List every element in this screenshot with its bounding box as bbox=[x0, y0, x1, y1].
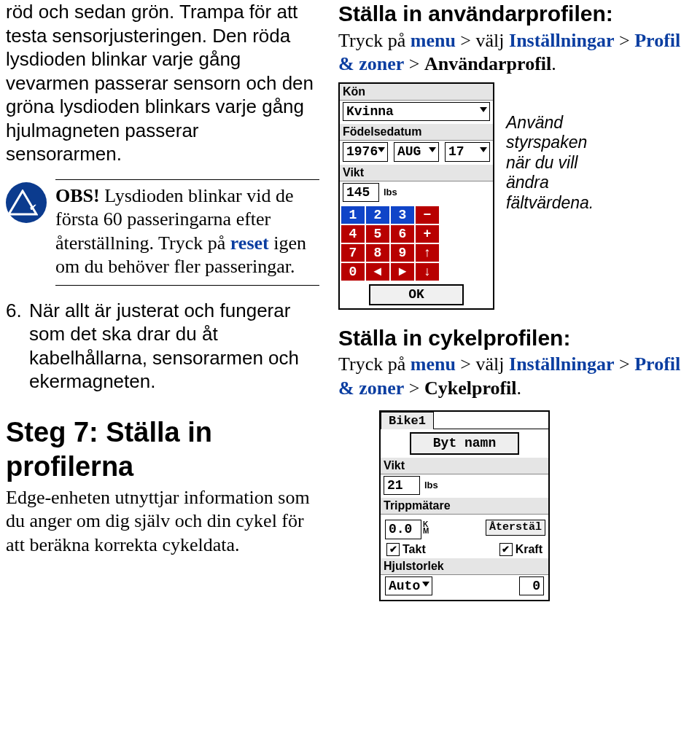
obs-icon: ✔ bbox=[6, 182, 47, 223]
label-kraft: Kraft bbox=[516, 542, 542, 557]
ap-word: Användarprofil bbox=[424, 53, 551, 74]
field-year[interactable]: 1976 bbox=[343, 142, 388, 162]
user-profile-heading: Ställa in användarprofilen: bbox=[338, 0, 694, 28]
field-month[interactable]: AUG bbox=[394, 142, 439, 162]
sep1: > bbox=[456, 30, 476, 51]
list-number: 6. bbox=[6, 299, 22, 394]
obs-note: ✔ OBS! Lysdioden blinkar vid de första 6… bbox=[6, 179, 319, 286]
cp-word: Cykelprofil bbox=[424, 378, 517, 399]
numeric-keypad: 123− 456+ 789↑ 0◄►↓ bbox=[340, 205, 493, 282]
key-left[interactable]: ◄ bbox=[366, 263, 389, 281]
checkbox-power[interactable]: ✔Kraft bbox=[499, 542, 542, 557]
key-minus[interactable]: − bbox=[416, 206, 439, 224]
bike-profile-heading: Ställa in cykelprofilen: bbox=[338, 324, 694, 352]
txt2: Tryck på bbox=[338, 353, 411, 375]
ok-button[interactable]: OK bbox=[369, 284, 464, 305]
sep5: > bbox=[615, 353, 635, 375]
settings-word2: Inställningar bbox=[509, 353, 615, 375]
joystick-note: Använd styrspaken när du vill ändra fält… bbox=[506, 113, 601, 310]
sep4: > bbox=[456, 353, 476, 375]
obs-label: OBS! bbox=[55, 185, 100, 206]
key-8[interactable]: 8 bbox=[366, 244, 389, 262]
obs-reset-word: reset bbox=[230, 232, 269, 254]
key-9[interactable]: 9 bbox=[391, 244, 414, 262]
valj2: välj bbox=[476, 353, 510, 375]
key-plus[interactable]: + bbox=[416, 225, 439, 243]
field-gender[interactable]: Kvinna bbox=[343, 102, 490, 122]
checkbox-cadence[interactable]: ✔Takt bbox=[386, 542, 426, 557]
key-up[interactable]: ↑ bbox=[416, 244, 439, 262]
step7-text: Edge-enheten utnyttjar information som d… bbox=[6, 486, 319, 558]
label-takt: Takt bbox=[402, 542, 426, 557]
key-2[interactable]: 2 bbox=[366, 206, 389, 224]
user-profile-screenshot: Kön Kvinna Födelsedatum 1976 AUG 17 Vikt… bbox=[338, 82, 494, 310]
key-1[interactable]: 1 bbox=[341, 206, 365, 224]
field-wheel-mode[interactable]: Auto bbox=[385, 576, 432, 596]
dot1: . bbox=[551, 53, 556, 74]
field-day[interactable]: 17 bbox=[445, 142, 490, 162]
bike-profile-screenshot: Bike1 Byt namn Vikt 21lbs Trippmätare 0.… bbox=[379, 410, 550, 601]
key-5[interactable]: 5 bbox=[366, 225, 389, 243]
key-right[interactable]: ► bbox=[391, 263, 414, 281]
key-7[interactable]: 7 bbox=[341, 244, 365, 262]
label-weight: Vikt bbox=[340, 165, 493, 181]
checkmark-icon: ✔ bbox=[29, 202, 37, 214]
field-trip[interactable]: 0.0 bbox=[385, 520, 421, 539]
step7-heading: Steg 7: Ställa in profilerna bbox=[6, 415, 319, 485]
label-trip-unit: K M bbox=[423, 521, 429, 534]
key-4[interactable]: 4 bbox=[341, 225, 365, 243]
field-wheel-size[interactable]: 0 bbox=[519, 576, 544, 596]
key-0[interactable]: 0 bbox=[341, 263, 365, 281]
tab-bike1[interactable]: Bike1 bbox=[381, 412, 434, 429]
bike-profile-path: Tryck på menu > välj Inställningar > Pro… bbox=[338, 353, 694, 400]
field-bike-weight[interactable]: 21 bbox=[384, 476, 420, 496]
settings-word: Inställningar bbox=[509, 30, 615, 51]
list-text: När allt är justerat och fungerar som de… bbox=[29, 299, 319, 394]
intro-paragraph: röd och sedan grön. Trampa för att testa… bbox=[6, 0, 319, 166]
label-birthdate: Födelsedatum bbox=[340, 124, 493, 141]
menu-word2: menu bbox=[411, 353, 456, 375]
key-6[interactable]: 6 bbox=[391, 225, 414, 243]
label-bike-weight: Vikt bbox=[381, 458, 548, 474]
sep2: > bbox=[615, 30, 635, 51]
key-3[interactable]: 3 bbox=[391, 206, 414, 224]
key-down[interactable]: ↓ bbox=[416, 263, 439, 281]
label-trip: Trippmätare bbox=[381, 498, 548, 515]
label-bw-unit: lbs bbox=[424, 480, 438, 491]
label-gender: Kön bbox=[340, 84, 493, 101]
valj1: välj bbox=[476, 30, 510, 51]
label-weight-unit: lbs bbox=[384, 187, 397, 198]
user-profile-path: Tryck på menu > välj Inställningar > Pro… bbox=[338, 29, 694, 77]
txt: Tryck på bbox=[338, 30, 411, 51]
label-wheelsize: Hjulstorlek bbox=[381, 558, 548, 575]
field-weight[interactable]: 145 bbox=[343, 183, 379, 203]
sep3: > bbox=[404, 53, 424, 74]
sep6: > bbox=[404, 378, 424, 399]
dot2: . bbox=[517, 378, 522, 399]
list-item-6: 6. När allt är justerat och fungerar som… bbox=[6, 299, 319, 394]
rename-button[interactable]: Byt namn bbox=[410, 432, 519, 455]
menu-word: menu bbox=[411, 30, 456, 51]
reset-button[interactable]: Återstäl bbox=[486, 520, 545, 536]
obs-text: OBS! Lysdioden blinkar vid de första 60 … bbox=[55, 179, 319, 286]
